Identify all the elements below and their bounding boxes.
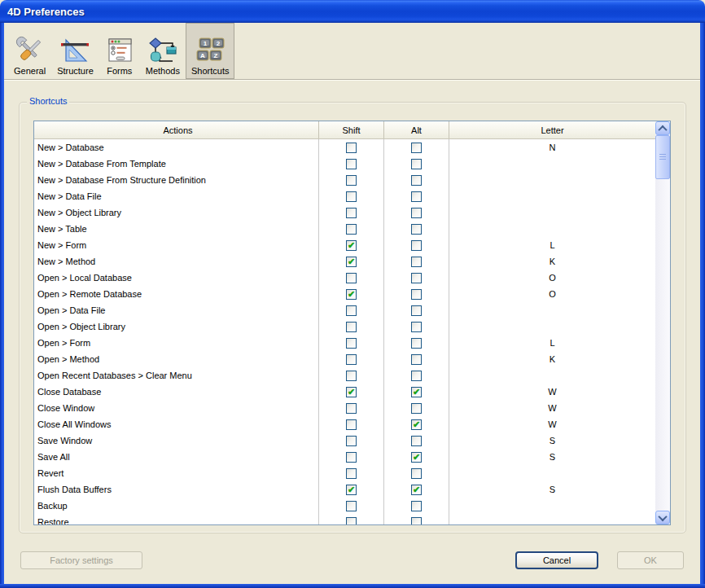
- letter-cell[interactable]: S: [449, 449, 655, 465]
- alt-checkbox[interactable]: [411, 224, 422, 235]
- shift-checkbox[interactable]: ✔: [346, 257, 357, 267]
- factory-settings-button[interactable]: Factory settings: [20, 551, 142, 569]
- table-row[interactable]: Open > MethodK: [34, 351, 655, 367]
- alt-checkbox[interactable]: [411, 159, 422, 169]
- alt-checkbox[interactable]: ✔: [411, 387, 422, 397]
- letter-cell[interactable]: L: [449, 335, 655, 351]
- title-bar[interactable]: 4D Preferences: [0, 0, 705, 23]
- letter-cell[interactable]: W: [449, 384, 655, 400]
- letter-cell[interactable]: K: [449, 253, 655, 270]
- alt-checkbox[interactable]: [411, 501, 422, 511]
- shift-checkbox[interactable]: [346, 371, 357, 381]
- cancel-button[interactable]: Cancel: [515, 551, 598, 569]
- table-row[interactable]: New > Form✔L: [34, 237, 655, 253]
- letter-cell[interactable]: [449, 465, 655, 481]
- letter-cell[interactable]: K: [449, 351, 655, 367]
- alt-checkbox[interactable]: [411, 371, 422, 381]
- toolbar-item-general[interactable]: General: [8, 23, 51, 79]
- table-row[interactable]: Save All✔S: [34, 449, 655, 465]
- shift-checkbox[interactable]: [346, 273, 357, 283]
- letter-cell[interactable]: S: [449, 481, 655, 498]
- letter-cell[interactable]: N: [449, 139, 655, 156]
- scroll-up-button[interactable]: [655, 121, 670, 135]
- letter-cell[interactable]: [449, 514, 655, 524]
- shift-checkbox[interactable]: [346, 322, 357, 332]
- letter-cell[interactable]: L: [449, 237, 655, 253]
- table-row[interactable]: New > Object Library: [34, 204, 655, 221]
- alt-checkbox[interactable]: [411, 517, 422, 525]
- alt-checkbox[interactable]: [411, 208, 422, 218]
- letter-cell[interactable]: S: [449, 432, 655, 449]
- letter-cell[interactable]: [449, 318, 655, 335]
- shift-checkbox[interactable]: [346, 224, 357, 235]
- shift-checkbox[interactable]: [346, 191, 357, 202]
- toolbar-item-forms[interactable]: Forms: [99, 23, 140, 79]
- alt-checkbox[interactable]: [411, 289, 422, 300]
- table-row[interactable]: Close WindowW: [34, 400, 655, 416]
- shift-checkbox[interactable]: [346, 501, 357, 511]
- shift-checkbox[interactable]: [346, 419, 357, 430]
- letter-cell[interactable]: O: [449, 270, 655, 286]
- letter-cell[interactable]: [449, 221, 655, 237]
- letter-cell[interactable]: O: [449, 286, 655, 302]
- shift-checkbox[interactable]: [346, 338, 357, 349]
- alt-checkbox[interactable]: ✔: [411, 485, 422, 495]
- table-row[interactable]: Save WindowS: [34, 432, 655, 449]
- table-row[interactable]: Open > FormL: [34, 335, 655, 351]
- alt-checkbox[interactable]: [411, 257, 422, 267]
- table-row[interactable]: Open Recent Databases > Clear Menu: [34, 367, 655, 384]
- table-row[interactable]: Open > Remote Database✔O: [34, 286, 655, 302]
- letter-cell[interactable]: [449, 498, 655, 514]
- scrollbar-track[interactable]: [655, 135, 670, 511]
- shift-checkbox[interactable]: [346, 403, 357, 414]
- letter-cell[interactable]: [449, 367, 655, 384]
- alt-checkbox[interactable]: ✔: [411, 419, 422, 430]
- table-row[interactable]: Close Database✔✔W: [34, 384, 655, 400]
- table-row[interactable]: New > DatabaseN: [34, 139, 655, 156]
- toolbar-item-methods[interactable]: Methods: [140, 23, 186, 79]
- alt-checkbox[interactable]: [411, 175, 422, 186]
- table-row[interactable]: New > Data File: [34, 188, 655, 204]
- shift-checkbox[interactable]: [346, 208, 357, 218]
- shift-checkbox[interactable]: [346, 159, 357, 169]
- shift-checkbox[interactable]: ✔: [346, 387, 357, 397]
- letter-cell[interactable]: [449, 172, 655, 188]
- letter-cell[interactable]: W: [449, 416, 655, 432]
- letter-cell[interactable]: W: [449, 400, 655, 416]
- alt-checkbox[interactable]: [411, 305, 422, 316]
- table-row[interactable]: New > Table: [34, 221, 655, 237]
- table-row[interactable]: Open > Data File: [34, 302, 655, 318]
- letter-cell[interactable]: [449, 302, 655, 318]
- letter-cell[interactable]: [449, 188, 655, 204]
- ok-button[interactable]: OK: [617, 551, 684, 569]
- shift-checkbox[interactable]: [346, 305, 357, 316]
- toolbar-item-structure[interactable]: Structure: [51, 23, 99, 79]
- table-row[interactable]: Revert: [34, 465, 655, 481]
- alt-checkbox[interactable]: [411, 436, 422, 446]
- alt-checkbox[interactable]: [411, 338, 422, 349]
- letter-cell[interactable]: [449, 204, 655, 221]
- table-row[interactable]: Open > Object Library: [34, 318, 655, 335]
- alt-checkbox[interactable]: ✔: [411, 452, 422, 463]
- alt-checkbox[interactable]: [411, 143, 422, 153]
- scrollbar-thumb[interactable]: [655, 135, 670, 179]
- shift-checkbox[interactable]: [346, 175, 357, 186]
- toolbar-item-shortcuts[interactable]: 1 2 A Z Shortcuts: [186, 23, 234, 79]
- table-row[interactable]: Backup: [34, 498, 655, 514]
- alt-checkbox[interactable]: [411, 322, 422, 332]
- table-row[interactable]: New > Method✔K: [34, 253, 655, 270]
- alt-checkbox[interactable]: [411, 354, 422, 365]
- alt-checkbox[interactable]: [411, 273, 422, 283]
- shift-checkbox[interactable]: ✔: [346, 240, 357, 251]
- alt-checkbox[interactable]: [411, 191, 422, 202]
- shift-checkbox[interactable]: [346, 143, 357, 153]
- shift-checkbox[interactable]: [346, 452, 357, 463]
- shift-checkbox[interactable]: [346, 517, 357, 525]
- shift-checkbox[interactable]: [346, 354, 357, 365]
- table-row[interactable]: Restore: [34, 514, 655, 524]
- shift-checkbox[interactable]: [346, 436, 357, 446]
- shift-checkbox[interactable]: [346, 468, 357, 479]
- scroll-down-button[interactable]: [655, 511, 670, 524]
- table-row[interactable]: Close All Windows✔W: [34, 416, 655, 432]
- table-row[interactable]: Open > Local DatabaseO: [34, 270, 655, 286]
